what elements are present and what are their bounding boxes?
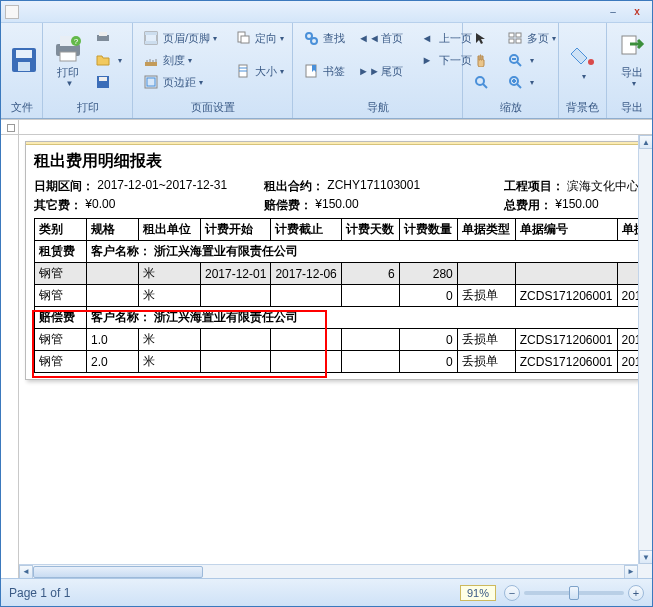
svg-line-25 — [483, 84, 487, 88]
svg-rect-15 — [145, 62, 157, 66]
magnifier-icon — [473, 74, 489, 90]
margins-label: 页边距 — [163, 75, 196, 90]
hand-icon — [473, 52, 489, 68]
find-button[interactable]: 查找 — [299, 27, 349, 49]
chevron-down-icon: ▼ — [66, 79, 74, 88]
last-page-button[interactable]: ►►尾页 — [357, 49, 407, 93]
value-totalfee: ¥150.00 — [555, 197, 598, 214]
svg-rect-27 — [516, 33, 521, 37]
zoom-plus-button[interactable]: + — [628, 585, 644, 601]
cursor-icon — [473, 30, 489, 46]
group-row: 租赁费客户名称： 浙江兴海置业有限责任公司 — [35, 241, 653, 263]
table-header-cell: 计费截止 — [271, 219, 341, 241]
value-compfee: ¥150.00 — [315, 197, 358, 214]
quick-print-icon — [95, 30, 111, 46]
minimize-button[interactable]: – — [602, 4, 624, 20]
report-title: 租出费用明细报表 — [34, 151, 652, 172]
last-page-icon: ►► — [361, 63, 377, 79]
header-footer-label: 页眉/页脚 — [163, 31, 210, 46]
chevron-down-icon: ▾ — [582, 72, 586, 81]
scroll-right-button[interactable]: ► — [624, 565, 638, 579]
svg-line-32 — [517, 62, 521, 66]
size-button[interactable]: 大小▾ — [231, 49, 288, 93]
svg-point-21 — [306, 33, 312, 39]
horizontal-scrollbar[interactable]: ◄ ► — [19, 564, 638, 578]
print-button[interactable]: ? 打印 ▼ — [49, 27, 87, 93]
hand-tool-button[interactable] — [469, 49, 497, 71]
scroll-down-button[interactable]: ▼ — [639, 550, 652, 564]
report-page: 租出费用明细报表 日期区间： 2017-12-01~2017-12-31 租出合… — [25, 141, 652, 380]
report-table: 类别规格租出单位计费开始计费截止计费天数计费数量单据类型单据编号单据日 租赁费客… — [34, 218, 652, 373]
find-label: 查找 — [323, 31, 345, 46]
group-label-export: 导出 — [613, 98, 651, 118]
value-contract: ZCHY171103001 — [327, 178, 420, 195]
title-bar: – x — [1, 1, 652, 23]
group-label-bg: 背景色 — [565, 98, 600, 118]
vertical-scrollbar[interactable]: ▲ ▼ — [638, 135, 652, 564]
save-small-icon — [95, 74, 111, 90]
save-small-button[interactable] — [91, 71, 126, 93]
svg-rect-9 — [99, 32, 107, 36]
value-date-to: 2017-12-31 — [166, 178, 227, 195]
find-icon — [303, 30, 319, 46]
many-pages-icon — [507, 30, 523, 46]
table-header-cell: 类别 — [35, 219, 87, 241]
label-otherfee: 其它费： — [34, 197, 82, 214]
zoom-percent[interactable]: 91% — [460, 585, 496, 601]
svg-rect-19 — [241, 36, 249, 43]
svg-point-37 — [588, 59, 594, 65]
table-header-cell: 计费数量 — [399, 219, 457, 241]
svg-line-36 — [517, 84, 521, 88]
bookmarks-button[interactable]: 书签 — [299, 49, 349, 93]
svg-text:?: ? — [74, 37, 79, 46]
page-indicator: Page 1 of 1 — [9, 586, 70, 600]
scale-icon — [143, 52, 159, 68]
bgcolor-button[interactable]: ▾ — [565, 27, 600, 93]
table-row: 钢管2.0米0丢损单ZCDS1712060012017-12 — [35, 351, 653, 373]
svg-rect-26 — [509, 33, 514, 37]
export-button[interactable]: 导出 ▾ — [613, 27, 651, 93]
size-icon — [235, 63, 251, 79]
scroll-up-button[interactable]: ▲ — [639, 135, 652, 149]
pointer-tool-button[interactable] — [469, 27, 497, 49]
table-header-cell: 单据编号 — [515, 219, 617, 241]
zoom-thumb[interactable] — [569, 586, 579, 600]
zoom-out-button[interactable]: ▾ — [503, 49, 560, 71]
svg-point-22 — [311, 38, 317, 44]
group-label-file: 文件 — [7, 98, 36, 118]
close-button[interactable]: x — [626, 4, 648, 20]
open-button[interactable]: ▾ — [91, 49, 126, 71]
export-icon — [616, 32, 648, 64]
margins-button[interactable]: 页边距▾ — [139, 71, 221, 93]
magnifier-tool-button[interactable] — [469, 71, 497, 93]
orientation-button[interactable]: 定向▾ — [231, 27, 288, 49]
scale-button[interactable]: 刻度▾ — [139, 49, 221, 71]
svg-rect-29 — [516, 39, 521, 43]
zoom-in-button[interactable]: ▾ — [503, 71, 560, 93]
first-page-label: 首页 — [381, 31, 403, 46]
status-bar: Page 1 of 1 91% − + — [1, 578, 652, 606]
table-header-cell: 计费开始 — [201, 219, 271, 241]
margin-handle[interactable] — [7, 124, 15, 132]
first-page-button[interactable]: ◄◄首页 — [357, 27, 407, 49]
scroll-left-button[interactable]: ◄ — [19, 565, 33, 579]
zoom-track[interactable] — [524, 591, 624, 595]
scroll-thumb[interactable] — [33, 566, 203, 578]
header-footer-button[interactable]: 页眉/页脚▾ — [139, 27, 221, 49]
group-label-zoom: 缩放 — [469, 98, 552, 118]
table-row: 钢管米2017-12-012017-12-066280 — [35, 263, 653, 285]
chevron-down-icon: ▾ — [632, 79, 636, 88]
open-icon — [95, 52, 111, 68]
first-page-icon: ◄◄ — [361, 30, 377, 46]
app-icon — [5, 5, 19, 19]
file-save-button[interactable] — [7, 27, 41, 93]
value-date-from: 2017-12-01 — [97, 178, 158, 195]
zoom-minus-button[interactable]: − — [504, 585, 520, 601]
many-pages-button[interactable]: 多页▾ — [503, 27, 560, 49]
quick-print-button[interactable] — [91, 27, 126, 49]
group-label-nav: 导航 — [299, 98, 456, 118]
zoom-slider[interactable]: − + — [504, 585, 644, 601]
print-button-label: 打印 — [57, 66, 79, 78]
export-button-label: 导出 — [621, 66, 643, 78]
printer-icon: ? — [52, 32, 84, 64]
